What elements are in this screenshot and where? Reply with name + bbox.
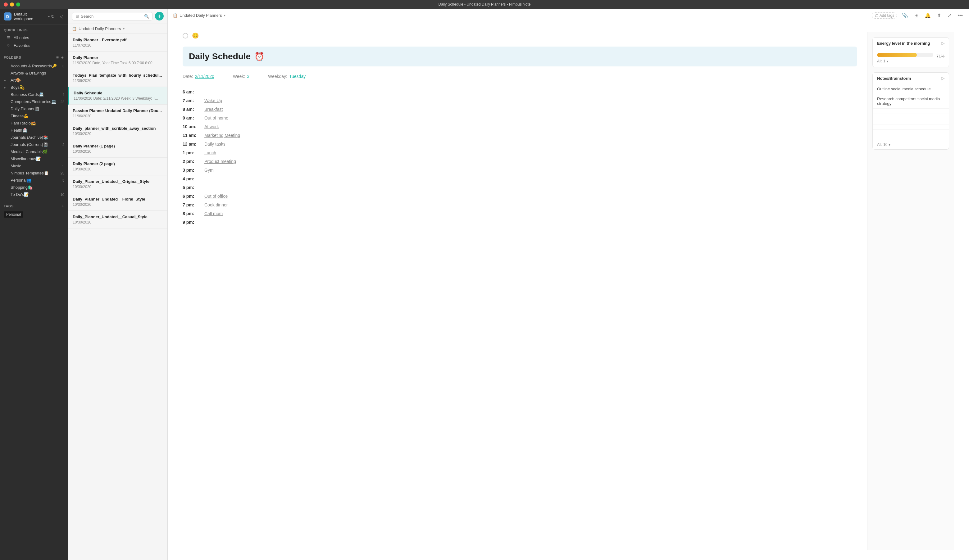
folder-item[interactable]: Business Cards📇 4 xyxy=(0,91,68,98)
toolbar-dropdown-icon[interactable]: ▾ xyxy=(224,14,225,17)
schedule-task[interactable]: Breakfast xyxy=(204,107,223,112)
note-list-item[interactable]: Daily_Planner_Undated__Original_Style 10… xyxy=(68,175,167,193)
folder-item[interactable]: Personal👥 5 xyxy=(0,177,68,184)
notes-widget-row[interactable] xyxy=(873,125,949,130)
notes-widget-row[interactable] xyxy=(873,135,949,140)
notes-widget-row[interactable] xyxy=(873,114,949,119)
note-title: Daily Planner (1 page) xyxy=(73,144,163,148)
add-tags-button[interactable]: 🏷 Add tags xyxy=(872,12,897,18)
breadcrumb-chevron-icon[interactable]: ▾ xyxy=(123,27,125,30)
note-date: 10/30/2020 xyxy=(73,131,163,136)
schedule-task[interactable]: Out of home xyxy=(204,115,228,120)
expand-button[interactable]: ⤢ xyxy=(946,12,952,19)
doc-check[interactable] xyxy=(183,33,188,38)
notes-expand-icon[interactable]: ▷ xyxy=(941,76,944,81)
schedule-task[interactable]: Wake Up xyxy=(204,98,222,103)
note-list-item[interactable]: Daily_Planner_Undated__Casual_Style 10/3… xyxy=(68,211,167,228)
filter-icon[interactable]: ⊟ xyxy=(75,14,79,18)
schedule-time: 7 am: xyxy=(183,98,204,103)
schedule-task[interactable]: Gym xyxy=(204,168,214,173)
doc-h1-emoji: ⏰ xyxy=(255,52,264,61)
grid-button[interactable]: ⊞ xyxy=(913,12,920,19)
note-list-item[interactable]: Passion Planner Undated Daily Planner (D… xyxy=(68,105,167,122)
note-list-item[interactable]: Daily_planner_with_scribble_away_section… xyxy=(68,122,167,140)
schedule-row: 9 am: Out of home xyxy=(183,114,857,122)
folder-item[interactable]: Nimbus Templates📋 25 xyxy=(0,169,68,177)
folder-item[interactable]: Daily Planner📓 xyxy=(0,105,68,112)
tag-item[interactable]: Personal xyxy=(4,211,23,218)
doc-meta-weekday: Weekday: Tuesday xyxy=(268,74,306,79)
add-tag-button[interactable]: + xyxy=(62,203,64,209)
search-input[interactable] xyxy=(81,14,142,18)
folder-item[interactable]: ▶ Boys💫 xyxy=(0,84,68,91)
folder-item[interactable]: ▶ Art🎨 xyxy=(0,76,68,84)
folder-item[interactable]: To Do's📝 10 xyxy=(0,191,68,198)
new-note-button[interactable]: + xyxy=(155,12,164,20)
schedule-task[interactable]: Cook dinner xyxy=(204,203,228,208)
doc-main: 😊 Daily Schedule ⏰ Date: 2/11/2020 Week:… xyxy=(183,32,857,550)
attach-button[interactable]: 📎 xyxy=(901,12,909,19)
window-title: Daily Schedule - Undated Daily Planners … xyxy=(438,2,531,7)
doc-meta-weekday-value[interactable]: Tuesday xyxy=(289,74,306,79)
doc-emoji-icon[interactable]: 😊 xyxy=(192,32,199,39)
notes-all-chevron-icon[interactable]: ▾ xyxy=(889,143,891,147)
bell-button[interactable]: 🔔 xyxy=(923,12,932,19)
note-list-item[interactable]: Daily Planner (2 page) 10/30/2020 xyxy=(68,158,167,175)
close-button[interactable] xyxy=(4,2,8,7)
schedule-task[interactable]: Daily tasks xyxy=(204,141,225,146)
note-title: Daily_Planner_Undated__Floral_Style xyxy=(73,197,163,201)
notes-widget-row[interactable]: Research competitors social media strate… xyxy=(873,94,949,109)
note-list-item[interactable]: Daily_Planner_Undated__Floral_Style 10/3… xyxy=(68,193,167,211)
folder-name: Journals (Archive)📚 xyxy=(10,135,64,140)
sidebar-item-all-notes[interactable]: ☰ All notes xyxy=(4,34,64,42)
note-list-item[interactable]: Daily Planner (1 page) 10/30/2020 xyxy=(68,140,167,158)
quick-links-title: Quick Links xyxy=(4,28,64,32)
schedule-task[interactable]: Out of office xyxy=(204,194,228,199)
workspace-info[interactable]: D Default workspace ▾ xyxy=(4,12,50,21)
folder-item[interactable]: Computers/Electronics💻 22 xyxy=(0,98,68,105)
schedule-task[interactable]: Lunch xyxy=(204,150,216,155)
folder-item[interactable]: Ham Radio📻 xyxy=(0,120,68,127)
energy-expand-icon[interactable]: ▷ xyxy=(941,41,944,46)
schedule-task[interactable]: Product meeting xyxy=(204,159,236,164)
sort-folders-button[interactable]: ≡ xyxy=(56,54,59,60)
notes-widget-row[interactable] xyxy=(873,109,949,114)
add-folder-button[interactable]: + xyxy=(61,54,64,60)
folder-item[interactable]: Fitness💪 xyxy=(0,112,68,120)
search-input-wrap[interactable]: ⊟ 🔍 xyxy=(72,12,153,20)
folder-item[interactable]: Medical Cannabis🌿 xyxy=(0,148,68,155)
folder-item[interactable]: Journals (Current)📓 2 xyxy=(0,141,68,148)
share-button[interactable]: ⬆ xyxy=(936,12,942,19)
schedule-task[interactable]: At work xyxy=(204,124,219,129)
minimize-button[interactable] xyxy=(10,2,14,7)
note-list-item[interactable]: Daily Planner 11/07/2020 Date, Year Time… xyxy=(68,52,167,69)
folder-item[interactable]: Artwork & Drawings xyxy=(0,70,68,76)
folder-count: 22 xyxy=(61,100,64,104)
more-button[interactable]: ••• xyxy=(956,12,964,19)
schedule-task[interactable]: Call mom xyxy=(204,211,223,216)
notes-widget-row[interactable] xyxy=(873,130,949,135)
folder-count: 2 xyxy=(62,143,64,146)
note-list-item[interactable]: Daily Planner - Evernote.pdf 11/07/2020 xyxy=(68,34,167,52)
collapse-sidebar-button[interactable]: ◁ xyxy=(58,13,64,20)
doc-meta-week-value[interactable]: 3 xyxy=(247,74,250,79)
refresh-button[interactable]: ↻ xyxy=(50,13,56,20)
schedule-task[interactable]: Marketing Meeting xyxy=(204,133,240,138)
maximize-button[interactable] xyxy=(16,2,20,7)
note-list-item[interactable]: Daily Schedule 11/06/2020 Date: 2/11/202… xyxy=(68,87,167,105)
notes-widget-row[interactable]: Outline social media schedule xyxy=(873,84,949,94)
energy-chevron-icon[interactable]: ▾ xyxy=(887,60,888,63)
notes-widget-row[interactable] xyxy=(873,119,949,125)
folder-item[interactable]: Miscellaneous📝 xyxy=(0,155,68,162)
folder-name: Accounts & Passwords🔑 xyxy=(10,64,61,68)
folder-item[interactable]: Health🏥 xyxy=(0,127,68,134)
folder-item[interactable]: Journals (Archive)📚 xyxy=(0,134,68,141)
search-bar: ⊟ 🔍 + xyxy=(68,9,167,24)
folder-count: 5 xyxy=(62,178,64,182)
doc-meta-date-value[interactable]: 2/11/2020 xyxy=(195,74,214,79)
folder-item[interactable]: Accounts & Passwords🔑 3 xyxy=(0,62,68,70)
folder-item[interactable]: Shopping🛍️ xyxy=(0,184,68,191)
note-list-item[interactable]: Todays_Plan_template_with_hourly_schedul… xyxy=(68,69,167,87)
sidebar-item-favorites[interactable]: ♡ Favorites xyxy=(4,42,64,49)
folder-item[interactable]: Music 5 xyxy=(0,162,68,169)
